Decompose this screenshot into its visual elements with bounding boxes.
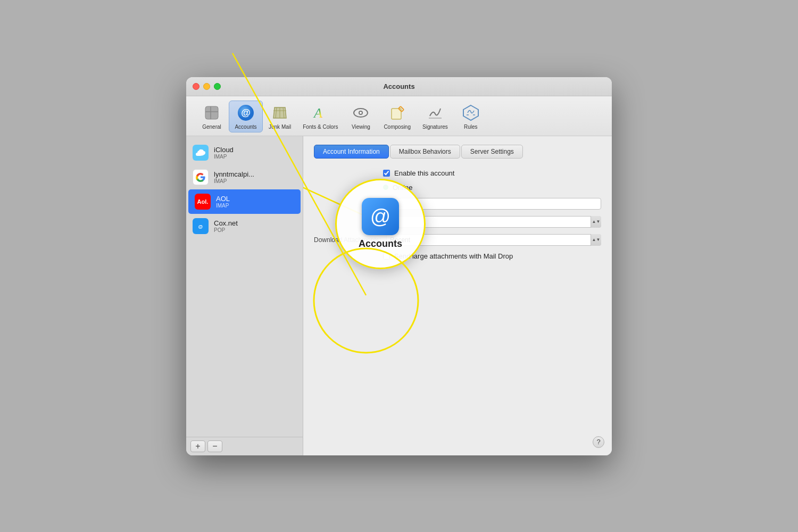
tab-server-settings[interactable]: Server Settings [461,145,523,159]
general-label: General [202,124,221,130]
toolbar-item-viewing[interactable]: Viewing [344,101,378,132]
accounts-icon: @ [236,103,255,122]
signatures-label: Signatures [422,124,448,130]
detail-pane: Account Information Mailbox Behaviors Se… [303,136,612,455]
add-account-button[interactable]: + [190,440,205,452]
tab-mailbox-behaviors[interactable]: Mailbox Behaviors [390,145,460,159]
google-name: lynntmcalpi... [214,170,254,178]
account-item-icloud[interactable]: iCloud IMAP [186,140,303,165]
detail-row-select-1: ▲▼ [314,216,601,228]
general-icon [202,103,221,122]
account-list: iCloud IMAP lynntmc [186,136,303,437]
tab-account-information[interactable]: Account Information [314,145,389,159]
svg-marker-20 [463,105,478,120]
fonts-colors-icon: A [311,103,330,122]
viewing-label: Viewing [352,124,370,130]
icloud-type: IMAP [214,154,234,160]
svg-rect-0 [205,106,218,119]
google-info: lynntmcalpi... IMAP [214,170,254,184]
junk-mail-icon [270,103,289,122]
svg-text:@: @ [198,224,203,229]
traffic-lights [193,83,221,90]
toolbar-item-rules[interactable]: Rules [454,101,488,132]
toolbar-item-junk-mail[interactable]: Junk Mail [263,101,297,132]
detail-input-1[interactable] [383,198,601,210]
cox-icon: @ [193,218,209,234]
icloud-icon [193,145,209,161]
composing-icon [388,103,407,122]
select-input-1[interactable] [383,216,601,228]
mail-drop-row: Send large attachments with Mail Drop [383,252,601,260]
icloud-name: iCloud [214,146,234,154]
svg-text:A: A [313,105,322,121]
account-item-aol[interactable]: Aol. AOL IMAP [188,189,301,214]
sidebar-bottom: + − [186,437,303,455]
google-type: IMAP [214,178,254,184]
svg-line-18 [402,110,404,112]
download-select-wrapper: Recent ▲▼ [386,234,601,246]
fonts-colors-label: Fonts & Colors [303,124,338,130]
svg-text:@: @ [241,107,251,118]
aol-type: IMAP [216,203,230,209]
select-wrapper-1: ▲▼ [383,216,601,228]
svg-point-13 [360,112,362,114]
cox-info: Cox.net POP [214,219,238,233]
cox-name: Cox.net [214,219,238,227]
account-item-cox[interactable]: @ Cox.net POP [186,214,303,238]
account-sidebar: iCloud IMAP lynntmc [186,136,303,455]
enable-account-row: Enable this account [383,169,601,177]
window-title: Accounts [383,82,414,90]
signatures-icon [426,103,445,122]
rules-icon [461,103,480,122]
composing-label: Composing [384,124,411,130]
help-button[interactable]: ? [593,436,604,448]
junk-mail-label: Junk Mail [269,124,291,130]
cox-type: POP [214,227,238,233]
remove-account-button[interactable]: − [207,440,222,452]
mail-drop-label: Send large attachments with Mail Drop [394,252,513,260]
account-item-google[interactable]: lynntmcalpi... IMAP [186,165,303,189]
accounts-label: Accounts [235,124,256,130]
google-icon [193,169,209,185]
download-label: Download Attachments: [314,236,381,244]
mail-drop-checkbox[interactable] [383,253,390,260]
fullscreen-button[interactable] [214,83,221,90]
toolbar-item-general[interactable]: General [195,101,229,132]
viewing-icon [351,103,370,122]
online-label: Online [393,184,413,192]
minimize-button[interactable] [203,83,210,90]
enable-account-checkbox[interactable] [383,170,390,177]
main-window: Accounts General [186,77,612,455]
toolbar-item-accounts[interactable]: @ Accounts [229,101,263,132]
online-indicator [383,185,388,190]
titlebar: Accounts [186,77,612,96]
aol-icon: Aol. [195,194,211,210]
icloud-info: iCloud IMAP [214,146,234,160]
toolbar: General @ Accounts [186,96,612,136]
toolbar-item-fonts-colors[interactable]: A Fonts & Colors [297,101,344,132]
toolbar-item-composing[interactable]: Composing [378,101,417,132]
download-attachments-row: Download Attachments: Recent ▲▼ [314,234,601,246]
tab-bar: Account Information Mailbox Behaviors Se… [314,145,601,159]
close-button[interactable] [193,83,200,90]
aol-name: AOL [216,195,230,203]
main-content: iCloud IMAP lynntmc [186,136,612,455]
aol-info: AOL IMAP [216,195,230,209]
online-row: Online [383,184,601,192]
toolbar-item-signatures[interactable]: Signatures [417,101,454,132]
detail-row-1 [314,198,601,210]
rules-label: Rules [464,124,478,130]
download-select[interactable]: Recent [386,234,601,246]
enable-account-label: Enable this account [394,169,454,177]
